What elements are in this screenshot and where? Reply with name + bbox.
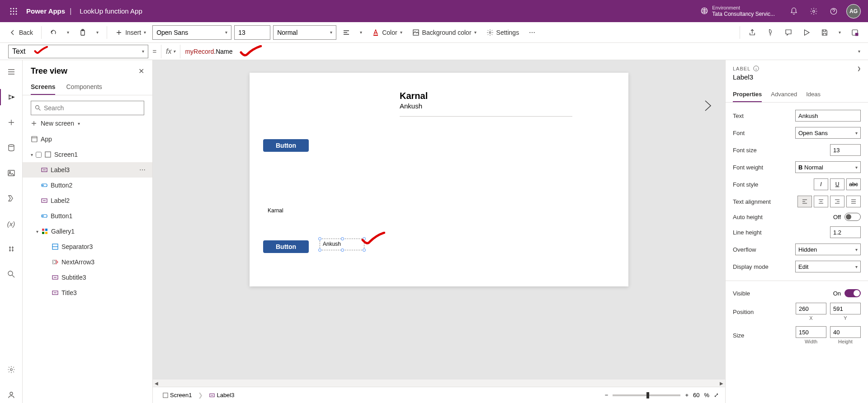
undo-dropdown[interactable]: ▾ (63, 27, 73, 37)
chevron-down-icon[interactable]: ▾ (31, 152, 33, 157)
formula-expand-button[interactable]: ▾ (850, 49, 868, 54)
media-icon[interactable] (0, 165, 23, 181)
help-icon[interactable] (824, 0, 844, 22)
bgcolor-button[interactable]: Background color ▾ (409, 26, 480, 39)
waffle-icon[interactable] (5, 8, 23, 15)
insert-button[interactable]: Insert ▾ (112, 26, 150, 39)
font-weight-select[interactable]: Normal ▾ (273, 25, 336, 40)
prop-overflow-select[interactable]: Hidden▾ (795, 244, 861, 255)
virtual-agent-icon[interactable] (0, 387, 23, 403)
comments-button[interactable] (781, 26, 796, 39)
file-name[interactable]: LookUp function App (80, 7, 142, 15)
settings-icon[interactable] (804, 0, 824, 22)
prop-width-input[interactable] (796, 326, 826, 338)
close-icon[interactable]: ✕ (138, 67, 144, 75)
tree-item-title3[interactable]: Title3 (23, 285, 152, 300)
autoheight-toggle[interactable] (844, 213, 861, 221)
back-button[interactable]: Back (5, 26, 37, 39)
align-button[interactable] (339, 26, 354, 39)
prop-text-input[interactable] (795, 110, 861, 122)
search-rail-icon[interactable] (0, 266, 23, 282)
paste-button[interactable] (75, 26, 90, 39)
align-dropdown[interactable]: ▾ (356, 27, 366, 37)
tree-item-gallery1[interactable]: ▾ Gallery1 (23, 224, 152, 239)
canvas-button1[interactable]: Button (263, 139, 309, 152)
align-right-button[interactable] (830, 196, 844, 207)
align-justify-button[interactable] (846, 196, 861, 207)
tree-item-screen1[interactable]: ▾ Screen1 (23, 147, 152, 162)
undo-button[interactable] (46, 26, 61, 39)
next-arrow-icon[interactable] (703, 99, 712, 112)
align-center-button[interactable] (814, 196, 828, 207)
tab-advanced[interactable]: Advanced (771, 87, 797, 102)
tree-item-label2[interactable]: Label2 (23, 193, 152, 208)
app-canvas[interactable]: Karnal Ankush Button Karnal Button Ankus… (250, 73, 628, 286)
color-button[interactable]: Color ▾ (368, 26, 406, 39)
tree-view-icon[interactable] (0, 89, 23, 105)
zoom-out-button[interactable]: − (605, 392, 609, 398)
prop-fontsize-input[interactable] (830, 144, 861, 156)
checker-button[interactable] (763, 26, 778, 39)
hamburger-icon[interactable] (0, 64, 23, 80)
zoom-slider[interactable] (613, 394, 680, 396)
collapse-icon[interactable]: ❯ (857, 66, 861, 71)
screen-checkbox[interactable] (36, 152, 42, 158)
crumb-label3[interactable]: Label3 (206, 390, 238, 400)
visible-toggle[interactable] (844, 289, 861, 297)
tree-item-app[interactable]: App (23, 131, 152, 147)
prop-y-input[interactable] (830, 303, 861, 314)
zoom-in-button[interactable]: + (685, 392, 689, 398)
tree-item-nextarrow3[interactable]: NextArrow3 (23, 254, 152, 270)
font-size-input[interactable] (234, 25, 270, 40)
tree-item-button1[interactable]: Button1 (23, 208, 152, 224)
tree-item-label3[interactable]: Label3 ⋯ (23, 162, 152, 178)
selected-label3[interactable]: Ankush (320, 239, 364, 250)
underline-button[interactable]: U (830, 178, 844, 190)
notifications-icon[interactable] (784, 0, 804, 22)
data-icon[interactable] (0, 140, 23, 156)
publish-button[interactable] (847, 26, 863, 39)
fit-screen-button[interactable]: ⤢ (714, 392, 719, 398)
formula-input[interactable]: myRecord.Name (180, 48, 850, 55)
prop-lineheight-input[interactable] (830, 226, 861, 238)
font-select[interactable]: Open Sans ▾ (152, 25, 231, 40)
environment-picker[interactable]: Environment Tata Consultancy Servic... (700, 5, 775, 18)
save-button[interactable] (817, 26, 832, 39)
advanced-tools-icon[interactable] (0, 241, 23, 257)
italic-button[interactable]: I (814, 178, 828, 190)
search-input[interactable] (44, 104, 140, 112)
tree-item-separator3[interactable]: Separator3 (23, 239, 152, 254)
insert-icon[interactable] (0, 114, 23, 131)
canvas-button2[interactable]: Button (263, 240, 309, 253)
property-selector[interactable]: Text ▾ (8, 45, 148, 58)
tree-search[interactable] (31, 101, 144, 115)
prop-displaymode-select[interactable]: Edit▾ (795, 261, 861, 272)
info-icon[interactable] (753, 66, 759, 71)
more-icon[interactable]: ⋯ (139, 166, 146, 173)
tree-item-button2[interactable]: Button2 (23, 178, 152, 193)
settings-rail-icon[interactable] (0, 361, 23, 378)
strike-button[interactable]: abc (846, 178, 861, 190)
save-dropdown[interactable]: ▾ (835, 27, 844, 37)
more-button[interactable]: ⋯ (525, 26, 539, 39)
prop-font-select[interactable]: Open Sans▾ (795, 127, 861, 139)
chevron-down-icon[interactable]: ▾ (36, 229, 38, 234)
tab-ideas[interactable]: Ideas (806, 87, 821, 102)
user-avatar[interactable]: AG (844, 0, 863, 22)
power-automate-icon[interactable] (0, 190, 23, 206)
fx-button[interactable]: fx ▾ (161, 45, 180, 58)
paste-dropdown[interactable]: ▾ (93, 27, 102, 37)
app-name[interactable]: Power Apps (26, 7, 65, 15)
control-name[interactable]: Label3 (733, 73, 861, 81)
prop-height-input[interactable] (830, 326, 861, 338)
tab-screens[interactable]: Screens (31, 80, 55, 95)
share-button[interactable] (745, 26, 760, 39)
tab-properties[interactable]: Properties (733, 87, 762, 102)
horizontal-scrollbar[interactable]: ◀▶ (153, 380, 725, 387)
preview-button[interactable] (799, 26, 814, 39)
new-screen-button[interactable]: New screen ▾ (23, 115, 152, 131)
align-left-button[interactable] (797, 196, 812, 207)
tree-item-subtitle3[interactable]: Subtitle3 (23, 270, 152, 285)
tab-components[interactable]: Components (66, 80, 102, 95)
prop-x-input[interactable] (796, 303, 826, 314)
